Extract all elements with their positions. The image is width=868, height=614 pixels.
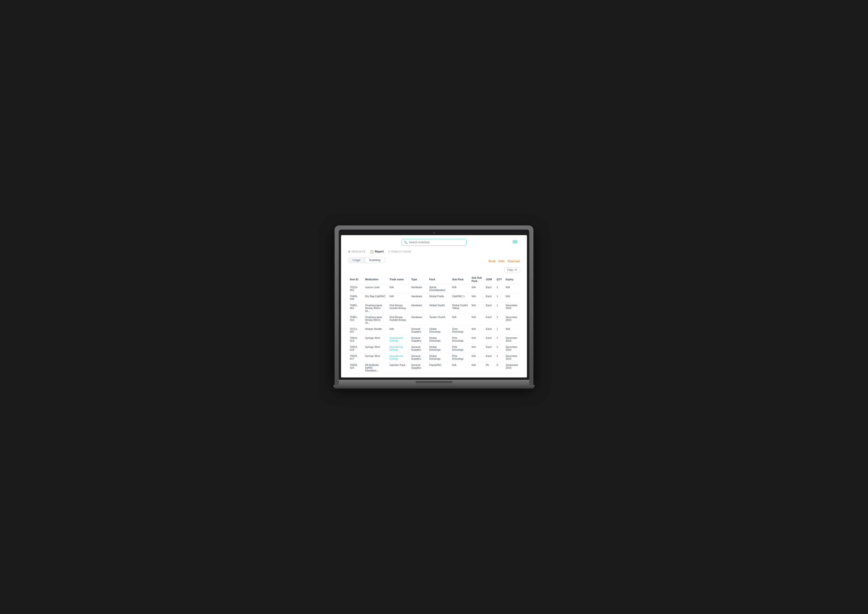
laptop-outer: 🔍 [335,225,533,385]
cell-sub_pack: Pink Dressings [450,353,470,362]
sub-tab-usage[interactable]: Usage [348,257,365,263]
search-container: 🔍 [401,239,467,246]
cell-qty: 1 [495,293,504,302]
cell-sub_sub_pack: N/A [470,353,484,362]
col-header-expiry: Expiry [504,275,520,284]
usage-label: Usage [352,258,361,262]
cell-pack: Global OxyKit [427,302,450,314]
col-header-sub-pack: Sub Pack [450,275,470,284]
table-row: 70481-001Oropharyngeal Airway 80mm (si..… [348,302,520,314]
cell-type: Hardware [409,314,428,326]
cell-trade_name: Oral Airway, Guedel Airway [388,314,409,326]
medical-kit-label: Medical Kit [352,250,365,253]
cell-expiry: N/A [504,326,520,335]
cell-trade_name: Injection Pack [388,362,409,374]
cell-uom: Each [484,302,495,314]
col-header-medication: Medication [363,275,388,284]
download-link[interactable]: Download [508,260,520,263]
cell-trade_name[interactable]: Hypodermic Syringe [388,344,409,353]
cell-item_id: 70933-023 [348,362,363,374]
cell-uom: Pk [484,362,495,374]
svg-rect-3 [515,240,516,243]
cell-qty: 1 [495,344,504,353]
cell-item_id: 70711-037 [348,326,363,335]
cell-type: General Supplies [409,344,428,353]
cell-uom: Each [484,326,495,335]
cell-sub_sub_pack: N/A [470,335,484,344]
cell-uom: Each [484,344,495,353]
nav-tab-orders-in-transit[interactable]: ≡ Orders in transit [388,249,411,254]
cell-expiry: N/A [504,293,520,302]
table-row: 70400-039Dry Bag CathPACN/AHardwareGloba… [348,293,520,302]
col-header-pack: Pack [427,275,450,284]
cell-expiry: December 2014 [504,353,520,362]
report-label: Report [375,250,384,253]
orders-label: Orders in transit [391,250,411,253]
filter-label: Filter [507,269,513,272]
table-row: 70933-023IM Antibiotic InjPAC Paediatric… [348,362,520,374]
cell-type: General Supplies [409,362,428,374]
app-content: 🔍 [341,235,527,378]
medical-kit-icon: ✚ [348,250,350,253]
svg-rect-4 [516,240,516,243]
table-row: 70481-013Oropharyngeal Airway 80mm (si..… [348,314,520,326]
cell-sub_pack: CathPAC 1 [450,293,470,302]
cell-trade_name[interactable]: Hypodermic Syringe [388,335,409,344]
svg-rect-0 [513,240,513,243]
cell-sub_pack: N/A [450,314,470,326]
barcode-icon[interactable] [513,239,518,245]
sub-tabs: Usage Inventory [348,257,385,263]
cell-sub_sub_pack: N/A [470,314,484,326]
cell-qty: 1 [495,353,504,362]
cell-type: Hardware [409,302,428,314]
cell-sub_pack: Global OxyKit Yellow [450,302,470,314]
nav-tab-medical-kit[interactable]: ✚ Medical Kit [348,249,365,254]
laptop-base [339,380,529,385]
table-row: 70910-013Syringe 30mlHypodermic SyringeG… [348,335,520,344]
laptop-screen: 🔍 [341,235,527,378]
sub-tab-inventory[interactable]: Inventory [365,257,385,263]
table-row: 70210-001rescue coverN/AHardwareSpinal I… [348,284,520,293]
cell-trade_name: N/A [388,293,409,302]
cell-pack: Global Dressings [427,344,450,353]
cell-pack: Global Dressings [427,353,450,362]
cell-medication: rescue cover [363,284,388,293]
cell-pack: PaedsPAC [427,362,450,374]
cell-medication: Oropharyngeal Airway 80mm (si... [363,314,388,326]
laptop-hinge [415,381,453,384]
table-row: 70711-037Sharps ShuttleN/AGeneral Suppli… [348,326,520,335]
cell-expiry: November 2014 [504,302,520,314]
filter-icon: ⚙ [515,269,517,272]
search-input[interactable] [401,239,467,246]
camera [433,232,435,234]
orders-icon: ≡ [388,250,390,253]
cell-sub_pack: Grey Dressings [450,326,470,335]
email-link[interactable]: Email [488,260,496,263]
cell-sub_pack: Pink Dressings [450,335,470,344]
svg-rect-1 [514,240,514,243]
nav-tab-report[interactable]: 📋 Report [370,249,384,254]
col-header-type: Type [409,275,428,284]
cell-item_id: 70481-013 [348,314,363,326]
cell-type: Hardware [409,284,428,293]
filter-button[interactable]: Filter ⚙ [504,267,520,273]
cell-trade_name[interactable]: Hypodermic Syringe [388,353,409,362]
laptop-bottom [333,385,535,389]
col-header-item-id: Item ID [348,275,363,284]
cell-medication: Oropharyngeal Airway 80mm (si... [363,302,388,314]
table-row: 70910-016Syringe 30mlHypodermic SyringeG… [348,344,520,353]
cell-pack: Tender OxyKit [427,314,450,326]
cell-pack: Spinal Immobilisation [427,284,450,293]
cell-qty: 1 [495,326,504,335]
cell-sub_sub_pack: N/A [470,293,484,302]
actions-row: Email Print Download [488,260,520,263]
cell-sub_pack: Pink Dressings [450,344,470,353]
inventory-table: Item ID Medication Trade name Type Pack … [348,275,520,374]
table-header-row: Item ID Medication Trade name Type Pack … [348,275,520,284]
print-link[interactable]: Print [499,260,505,263]
cell-item_id: 70910-016 [348,344,363,353]
cell-item_id: 70481-001 [348,302,363,314]
col-header-sub-sub-pack: Sub Sub Pack [470,275,484,284]
cell-item_id: 70210-001 [348,284,363,293]
cell-sub_sub_pack: N/A [470,302,484,314]
